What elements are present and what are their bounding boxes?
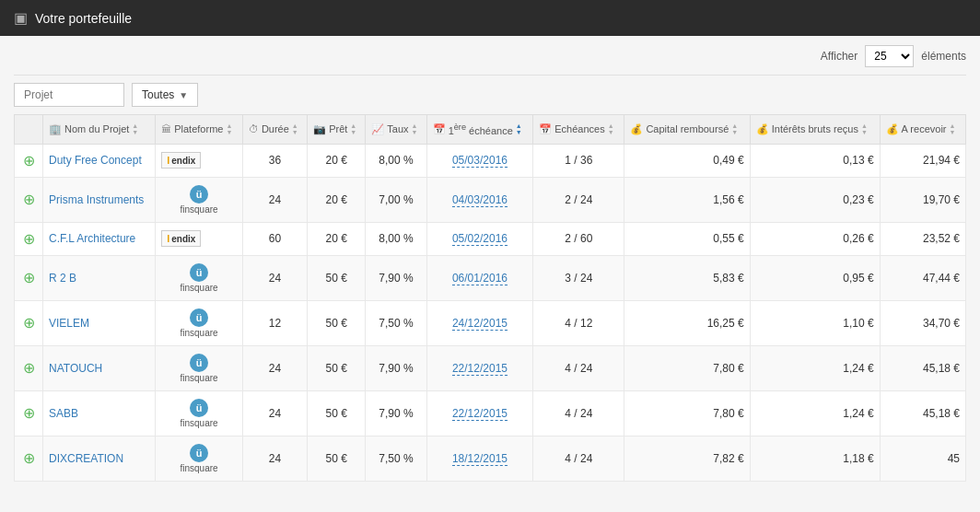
project-link[interactable]: R 2 B: [49, 272, 76, 285]
echeance-link[interactable]: 22/12/2015: [452, 407, 508, 421]
capital-icon: 💰: [630, 123, 643, 135]
sort-arrows-nom[interactable]: ▲▼: [132, 122, 138, 135]
pret-cell: 50 €: [308, 390, 366, 436]
col-interets: 💰 Intérêts bruts reçus ▲▼: [750, 115, 880, 145]
add-button[interactable]: ⊕: [20, 404, 37, 422]
lendix-logo: lendix: [161, 152, 201, 169]
echeances-cell: 1 / 36: [533, 144, 624, 177]
echeance-link[interactable]: 05/03/2016: [452, 154, 508, 168]
project-link[interactable]: C.F.L Architecture: [49, 232, 135, 245]
table-row: ⊕ R 2 B ü finsquare 24 50 € 7,90 % 06/01…: [15, 255, 966, 300]
sort-arrows-echeance[interactable]: ▲▼: [516, 122, 522, 135]
echeance-link[interactable]: 24/12/2015: [452, 317, 508, 331]
echeances-cell: 3 / 24: [533, 255, 624, 300]
platform-cell: ü finsquare: [161, 399, 237, 428]
interets-cell: 0,95 €: [750, 255, 880, 300]
sort-arrows-taux[interactable]: ▲▼: [412, 122, 418, 135]
add-button[interactable]: ⊕: [20, 269, 37, 286]
add-button[interactable]: ⊕: [20, 449, 37, 467]
status-filter-dropdown[interactable]: Toutes ▼: [132, 83, 198, 107]
echeances-cell: 4 / 24: [533, 345, 624, 390]
add-button[interactable]: ⊕: [20, 230, 37, 248]
taux-cell: 7,90 %: [366, 255, 426, 300]
sort-arrows-capital[interactable]: ▲▼: [731, 122, 738, 135]
add-button[interactable]: ⊕: [20, 191, 37, 208]
add-button[interactable]: ⊕: [20, 314, 37, 332]
echeance-link[interactable]: 18/12/2015: [452, 452, 508, 466]
sort-arrows-interets[interactable]: ▲▼: [861, 122, 868, 135]
duree-cell: 12: [242, 300, 307, 345]
finsquare-label: finsquare: [180, 283, 217, 293]
finsquare-label: finsquare: [180, 373, 217, 383]
col-nom-projet: 🏢 Nom du Projet ▲▼: [43, 115, 156, 145]
echeance-link[interactable]: 05/02/2016: [452, 232, 508, 246]
finsquare-logo: ü: [190, 444, 208, 462]
capital-cell: 7,80 €: [624, 390, 750, 436]
add-cell: ⊕: [15, 390, 43, 436]
platform-name-cell: ü finsquare: [156, 390, 243, 436]
per-page-select[interactable]: 25 10 50 100: [865, 45, 914, 67]
col-plateforme: 🏛 Plateforme ▲▼: [156, 115, 243, 145]
capital-cell: 0,55 €: [624, 222, 750, 255]
platform-name-cell: ü finsquare: [156, 345, 243, 390]
duree-cell: 24: [242, 436, 307, 481]
echeance-cell: 04/03/2016: [426, 177, 533, 222]
table-header-row: 🏢 Nom du Projet ▲▼ 🏛 Plateforme ▲▼: [15, 115, 966, 145]
portfolio-table: 🏢 Nom du Projet ▲▼ 🏛 Plateforme ▲▼: [14, 114, 966, 482]
project-filter-input[interactable]: [14, 83, 124, 107]
echeance-link[interactable]: 22/12/2015: [452, 362, 508, 376]
pret-cell: 50 €: [308, 436, 366, 481]
echeance-cell: 22/12/2015: [426, 390, 533, 436]
platform-name-cell: ü finsquare: [156, 436, 243, 481]
add-cell: ⊕: [15, 144, 43, 177]
arecevoir-cell: 45,18 €: [880, 390, 965, 436]
arecevoir-cell: 45: [880, 436, 965, 481]
platform-name-cell: ü finsquare: [156, 177, 243, 222]
project-link[interactable]: SABB: [49, 407, 78, 420]
pret-cell: 20 €: [308, 177, 366, 222]
project-link[interactable]: NATOUCH: [49, 362, 102, 375]
controls-top: Afficher 25 10 50 100 éléments: [14, 45, 966, 67]
project-name-cell: NATOUCH: [43, 345, 156, 390]
sort-arrows-platform[interactable]: ▲▼: [226, 122, 232, 135]
echeance-cell: 18/12/2015: [426, 436, 533, 481]
echeances-cell: 4 / 24: [533, 436, 624, 481]
pret-cell: 20 €: [308, 144, 366, 177]
project-name-cell: Duty Free Concept: [43, 144, 156, 177]
sort-arrows-pret[interactable]: ▲▼: [350, 122, 356, 135]
arecevoir-icon: 💰: [886, 123, 899, 135]
project-link[interactable]: Duty Free Concept: [49, 154, 142, 167]
echeance-link[interactable]: 06/01/2016: [452, 272, 508, 285]
capital-cell: 16,25 €: [624, 300, 750, 345]
duree-cell: 24: [242, 390, 307, 436]
platform-cell: ü finsquare: [161, 444, 237, 473]
project-link[interactable]: Prisma Instruments: [49, 193, 144, 206]
interets-icon: 💰: [756, 123, 769, 135]
echeances-cell: 2 / 60: [533, 222, 624, 255]
project-name-cell: SABB: [43, 390, 156, 436]
interets-cell: 1,24 €: [750, 390, 880, 436]
add-button[interactable]: ⊕: [20, 359, 37, 377]
taux-cell: 8,00 %: [366, 144, 426, 177]
echeance-cell: 24/12/2015: [426, 300, 533, 345]
main-content: Afficher 25 10 50 100 éléments Toutes ▼: [0, 36, 980, 491]
arecevoir-cell: 34,70 €: [880, 300, 965, 345]
sort-arrows-duree[interactable]: ▲▼: [292, 122, 298, 135]
project-name-cell: DIXCREATION: [43, 436, 156, 481]
add-button[interactable]: ⊕: [20, 152, 37, 169]
add-cell: ⊕: [15, 300, 43, 345]
project-link[interactable]: VIELEM: [49, 317, 89, 330]
platform-name-cell: ü finsquare: [156, 300, 243, 345]
echeance-link[interactable]: 04/03/2016: [452, 193, 508, 207]
finsquare-logo: ü: [190, 354, 208, 372]
duree-cell: 24: [242, 345, 307, 390]
duree-cell: 60: [242, 222, 307, 255]
project-link[interactable]: DIXCREATION: [49, 452, 123, 465]
echeances-cell: 4 / 24: [533, 390, 624, 436]
sort-arrows-echeances[interactable]: ▲▼: [608, 122, 614, 135]
echeances-icon: 📅: [539, 123, 552, 135]
status-filter-label: Toutes: [142, 88, 174, 101]
top-bar: ▣ Votre portefeuille: [0, 0, 980, 36]
project-name-cell: VIELEM: [43, 300, 156, 345]
sort-arrows-arecevoir[interactable]: ▲▼: [950, 122, 956, 135]
